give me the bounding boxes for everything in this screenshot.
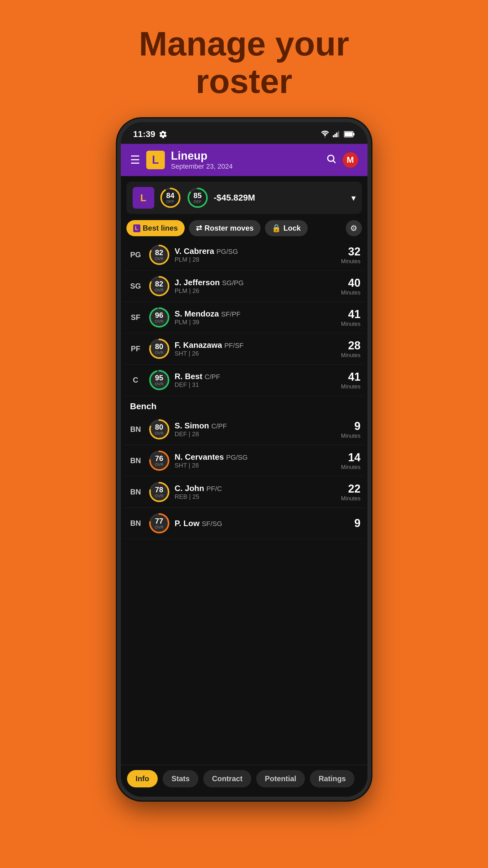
ovr-label: OVR <box>155 525 163 529</box>
team-stats-bar[interactable]: L 84 OFF 85 <box>126 182 362 214</box>
nav-title-block: Lineup September 23, 2024 <box>171 149 320 170</box>
svg-rect-6 <box>345 132 353 136</box>
team-logo: L <box>146 151 165 169</box>
player-row[interactable]: BN 78 OVR C. John PF/C REB | 25 22 Minut… <box>124 476 364 508</box>
player-row[interactable]: PF 80 OVR F. Kanazawa PF/SF SHT | 26 28 … <box>124 333 364 365</box>
svg-rect-0 <box>333 135 334 137</box>
starters-list: PG 82 OVR V. Cabrera PG/SG PLM | 28 32 M… <box>124 239 364 396</box>
signal-icon <box>333 130 341 138</box>
expand-button[interactable]: ▾ <box>351 193 356 203</box>
svg-rect-5 <box>353 133 354 135</box>
player-minutes: 41 Minutes <box>341 308 360 328</box>
player-row[interactable]: BN 76 OVR N. Cervantes PG/SG SHT | 28 14… <box>124 445 364 476</box>
tab-contract[interactable]: Contract <box>203 770 251 787</box>
best-lines-button[interactable]: L Best lines <box>126 220 185 236</box>
player-row[interactable]: BN 80 OVR S. Simon C/PF DEF | 28 9 Minut… <box>124 414 364 445</box>
position-badge: BN <box>128 425 144 434</box>
svg-rect-2 <box>336 133 337 137</box>
player-ovr-circle: 95 OVR <box>148 369 170 391</box>
settings-button[interactable]: ⚙ <box>346 220 362 236</box>
svg-rect-3 <box>338 131 339 137</box>
player-name: P. Low SF/SG <box>175 519 350 528</box>
player-info: S. Mendoza SF/PF PLM | 39 <box>175 309 337 326</box>
wifi-icon <box>320 130 330 138</box>
ovr-label: OVR <box>155 256 163 261</box>
position-badge: BN <box>128 488 144 496</box>
svg-rect-1 <box>334 134 335 137</box>
player-row[interactable]: BN 77 OVR P. Low SF/SG 9 <box>124 508 364 539</box>
ovr-number: 78 <box>155 486 163 494</box>
tab-info[interactable]: Info <box>127 770 158 787</box>
bench-list: BN 80 OVR S. Simon C/PF DEF | 28 9 Minut… <box>124 414 364 539</box>
player-info: C. John PF/C REB | 25 <box>175 484 337 500</box>
player-name: R. Best C/PF <box>175 372 337 381</box>
bottom-tabs: InfoStatsContractPotentialRatings <box>121 765 367 797</box>
player-info: V. Cabrera PG/SG PLM | 28 <box>175 246 337 263</box>
nav-title: Lineup <box>171 149 320 162</box>
player-row[interactable]: SG 82 OVR J. Jefferson SG/PG PLM | 26 40… <box>124 271 364 302</box>
team-logo-sm: L <box>133 187 154 209</box>
player-ovr-circle: 76 OVR <box>148 450 170 472</box>
lock-icon: 🔒 <box>272 224 281 232</box>
player-minutes: 40 Minutes <box>341 277 360 296</box>
ovr-label: OVR <box>155 319 163 323</box>
tab-ratings[interactable]: Ratings <box>310 770 354 787</box>
player-info: J. Jefferson SG/PG PLM | 26 <box>175 278 337 294</box>
tab-buttons-container: InfoStatsContractPotentialRatings <box>127 770 361 787</box>
ovr-number: 77 <box>155 517 163 525</box>
player-row[interactable]: C 95 OVR R. Best C/PF DEF | 31 41 Minute… <box>124 365 364 396</box>
ovr-number: 80 <box>155 343 163 350</box>
ovr-label: OVR <box>155 462 163 467</box>
tab-stats[interactable]: Stats <box>163 770 198 787</box>
tab-potential[interactable]: Potential <box>256 770 305 787</box>
ovr-label: OVR <box>155 288 163 292</box>
phone-content: L 84 OFF 85 <box>121 176 367 797</box>
player-info: P. Low SF/SG <box>175 519 350 528</box>
ovr-label: OVR <box>155 494 163 498</box>
heading-line1: Manage your roster <box>139 25 349 100</box>
def-rating-circle: 85 DEF <box>187 187 209 209</box>
player-minutes: 9 <box>354 517 360 530</box>
player-attr: SHT | 28 <box>175 462 337 469</box>
player-ovr-circle: 82 OVR <box>148 275 170 297</box>
roster-moves-button[interactable]: ⇄ Roster moves <box>189 220 261 236</box>
player-minutes: 14 Minutes <box>341 451 360 471</box>
position-badge: SG <box>128 282 144 290</box>
player-attr: DEF | 28 <box>175 431 337 438</box>
player-attr: DEF | 31 <box>175 381 337 389</box>
bestlines-logo: L <box>133 224 140 232</box>
player-name: S. Simon C/PF <box>175 421 337 431</box>
player-ovr-circle: 77 OVR <box>148 512 170 534</box>
player-minutes: 28 Minutes <box>341 339 360 359</box>
player-row[interactable]: SF 96 OVR S. Mendoza SF/PF PLM | 39 41 M… <box>124 302 364 333</box>
ovr-label: OVR <box>155 382 163 386</box>
player-row[interactable]: PG 82 OVR V. Cabrera PG/SG PLM | 28 32 M… <box>124 239 364 271</box>
nav-subtitle: September 23, 2024 <box>171 162 320 170</box>
ovr-number: 80 <box>155 424 163 431</box>
salary-display: -$45.829M <box>214 193 347 203</box>
status-icons <box>320 130 355 138</box>
page-heading: Manage your roster <box>139 25 349 100</box>
player-minutes: 32 Minutes <box>341 245 360 265</box>
player-name: N. Cervantes PG/SG <box>175 452 337 462</box>
player-ovr-circle: 78 OVR <box>148 481 170 503</box>
ovr-number: 82 <box>155 280 163 288</box>
player-ovr-circle: 82 OVR <box>148 244 170 266</box>
ovr-label: OVR <box>155 431 163 436</box>
team-avatar[interactable]: M <box>343 152 358 168</box>
phone-frame: 11:39 ☰ L <box>117 118 371 800</box>
lock-button[interactable]: 🔒 Lock <box>265 220 308 236</box>
player-name: J. Jefferson SG/PG <box>175 278 337 287</box>
player-minutes: 41 Minutes <box>341 370 360 390</box>
position-badge: PF <box>128 344 144 353</box>
search-button[interactable] <box>326 153 336 166</box>
player-ovr-circle: 80 OVR <box>148 338 170 360</box>
hamburger-button[interactable]: ☰ <box>130 153 140 166</box>
off-rating-circle: 84 OFF <box>159 187 182 209</box>
player-minutes: 9 Minutes <box>341 420 360 439</box>
player-ovr-circle: 80 OVR <box>148 418 170 440</box>
player-info: R. Best C/PF DEF | 31 <box>175 372 337 389</box>
bench-header: Bench <box>124 396 364 414</box>
player-name: V. Cabrera PG/SG <box>175 246 337 256</box>
battery-icon <box>344 131 355 137</box>
